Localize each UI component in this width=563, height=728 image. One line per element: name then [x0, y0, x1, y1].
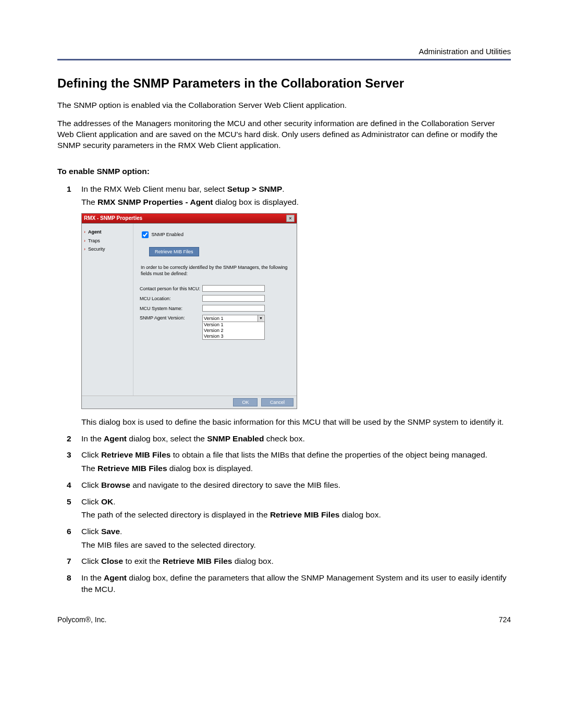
step-number: 5 — [67, 496, 71, 508]
step-5: 5 Click OK. The path of the selected dir… — [57, 496, 511, 521]
step-paragraph: The MIB files are saved to the selected … — [81, 539, 511, 551]
header-rule — [57, 59, 511, 60]
step-7: 7 Click Close to exit the Retrieve MIB F… — [57, 556, 511, 567]
field-label: MCU System Name: — [140, 305, 202, 312]
ok-button[interactable]: OK — [233, 398, 258, 406]
dialog-nav: Agent Traps Security — [82, 224, 133, 396]
step-4: 4 Click Browse and navigate to the desir… — [57, 479, 511, 491]
step-number: 8 — [67, 572, 71, 584]
step-text: . — [282, 184, 284, 193]
cancel-button[interactable]: Cancel — [261, 398, 293, 406]
version-options: Version 1 Version 2 Version 3 — [202, 322, 265, 340]
version-option[interactable]: Version 2 — [203, 328, 264, 334]
step-number: 3 — [67, 449, 71, 461]
snmp-enabled-row: SNMP Enabled — [140, 230, 290, 240]
location-input[interactable] — [202, 295, 265, 302]
field-version: SNMP Agent Version: Version 1 Version 1 … — [140, 315, 290, 340]
step-number: 2 — [67, 433, 71, 445]
step-bold: Setup > SNMP — [227, 184, 283, 193]
step-8: 8 In the Agent dialog box, define the pa… — [57, 572, 511, 595]
snmp-properties-dialog: RMX - SNMP Properties × Agent Traps Secu… — [81, 213, 297, 409]
step-3: 3 Click Retrieve MIB Files to obtain a f… — [57, 449, 511, 474]
step-paragraph: The path of the selected directory is di… — [81, 509, 511, 521]
intro-paragraph-1: The SNMP option is enabled via the Colla… — [57, 100, 511, 111]
version-select[interactable]: Version 1 — [202, 315, 265, 322]
snmp-enabled-checkbox[interactable] — [142, 231, 149, 238]
document-page: Administration and Utilities Defining th… — [0, 0, 563, 655]
step-2: 2 In the Agent dialog box, select the SN… — [57, 433, 511, 445]
step-6: 6 Click Save. The MIB files are saved to… — [57, 526, 511, 550]
step-text: In the RMX Web Client menu bar, select — [81, 184, 227, 193]
step-paragraph: This dialog box is used to define the ba… — [81, 416, 511, 428]
version-option[interactable]: Version 3 — [203, 334, 264, 339]
step-paragraph: The Retrieve MIB Files dialog box is dis… — [81, 463, 511, 474]
step-1: 1 In the RMX Web Client menu bar, select… — [57, 183, 511, 428]
field-sysname: MCU System Name: — [140, 305, 290, 312]
dialog-main: SNMP Enabled Retrieve MIB Files In order… — [133, 224, 297, 396]
steps-list: 1 In the RMX Web Client menu bar, select… — [57, 183, 511, 595]
subheading: To enable SNMP option: — [57, 167, 511, 176]
footer-right: 724 — [499, 615, 511, 624]
step-number: 4 — [67, 479, 71, 491]
step-number: 6 — [67, 526, 71, 537]
step-paragraph: The RMX SNMP Properties - Agent dialog b… — [81, 196, 511, 208]
field-contact: Contact person for this MCU: — [140, 285, 290, 292]
dialog-body: Agent Traps Security SNMP Enabled Retrie… — [82, 224, 297, 396]
sysname-input[interactable] — [202, 305, 265, 312]
dialog-title-text: RMX - SNMP Properties — [84, 215, 142, 222]
retrieve-mib-button[interactable]: Retrieve MIB Files — [149, 247, 199, 256]
field-label: Contact person for this MCU: — [140, 286, 202, 292]
step-number: 1 — [67, 183, 71, 195]
nav-traps[interactable]: Traps — [84, 237, 131, 245]
intro-paragraph-2: The addresses of the Managers monitoring… — [57, 118, 511, 151]
nav-agent[interactable]: Agent — [84, 228, 131, 237]
header-section: Administration and Utilities — [57, 47, 511, 56]
field-label: SNMP Agent Version: — [140, 315, 202, 322]
dialog-info-text: In order to be correctly identified by t… — [141, 265, 290, 277]
version-select-wrap: Version 1 Version 1 Version 2 Version 3 — [202, 315, 265, 340]
page-title: Defining the SNMP Parameters in the Coll… — [57, 76, 511, 91]
contact-input[interactable] — [202, 285, 265, 292]
nav-security[interactable]: Security — [84, 245, 131, 254]
close-icon[interactable]: × — [286, 215, 295, 222]
field-location: MCU Location: — [140, 295, 290, 302]
dialog-footer: OK Cancel — [82, 396, 297, 409]
version-option[interactable]: Version 1 — [203, 322, 264, 328]
step-number: 7 — [67, 556, 71, 567]
footer-left: Polycom®, Inc. — [57, 615, 106, 624]
snmp-enabled-label: SNMP Enabled — [152, 232, 183, 237]
page-footer: Polycom®, Inc. 724 — [57, 615, 511, 624]
dialog-titlebar: RMX - SNMP Properties × — [82, 214, 297, 224]
field-label: MCU Location: — [140, 295, 202, 302]
